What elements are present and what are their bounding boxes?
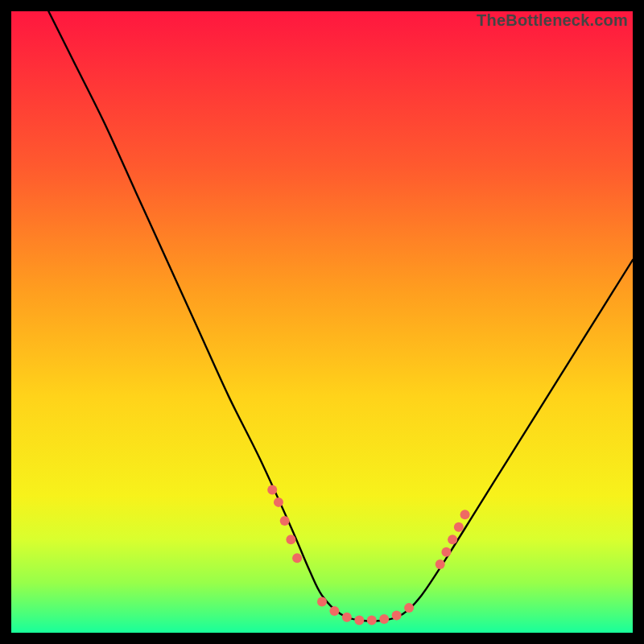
marker-point (292, 553, 302, 563)
marker-point (392, 610, 402, 620)
highlight-markers (267, 485, 469, 625)
marker-point (342, 613, 352, 622)
chart-frame: TheBottleneck.com (11, 11, 633, 633)
marker-point (367, 616, 377, 625)
chart-plot-area (11, 11, 633, 633)
marker-point (317, 597, 327, 606)
watermark-text: TheBottleneck.com (477, 11, 628, 30)
marker-point (460, 510, 470, 519)
marker-point (274, 497, 283, 507)
marker-point (280, 516, 290, 526)
marker-point (441, 547, 451, 557)
marker-point (286, 535, 295, 544)
marker-point (436, 559, 445, 569)
marker-point (448, 535, 457, 544)
marker-point (379, 614, 389, 624)
marker-point (404, 603, 414, 613)
bottleneck-curve (48, 11, 633, 621)
marker-point (267, 485, 277, 494)
marker-point (454, 522, 464, 532)
marker-point (329, 606, 339, 616)
marker-point (354, 616, 364, 625)
